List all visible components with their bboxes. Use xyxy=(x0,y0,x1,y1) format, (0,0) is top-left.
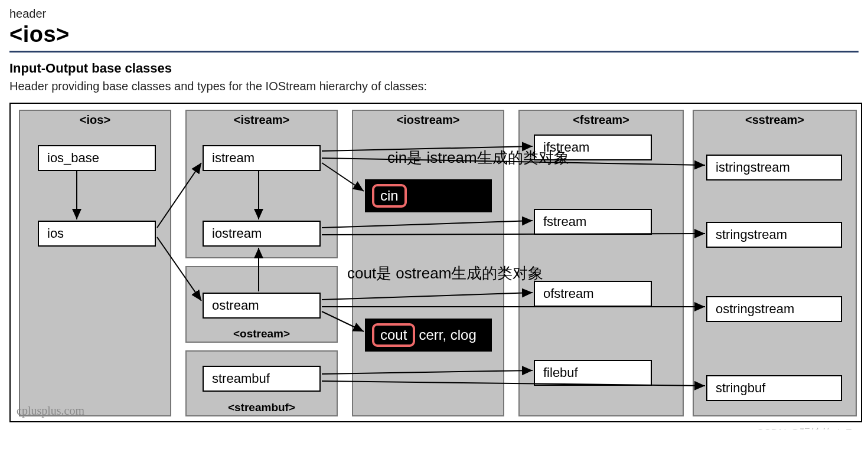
panel-iostream-title: <iostream> xyxy=(353,111,503,130)
node-filebuf: filebuf xyxy=(534,360,652,386)
node-cerr-clog: cerr, clog xyxy=(419,327,476,343)
node-ostream: ostream xyxy=(203,293,321,319)
node-cin: cin xyxy=(365,179,492,212)
node-streambuf: streambuf xyxy=(203,366,321,392)
subtitle: Input-Output base classes xyxy=(9,61,859,76)
annotation-cout: cout是 ostream生成的类对象 xyxy=(347,263,543,284)
node-ofstream: ofstream xyxy=(534,281,652,307)
panel-fstream-title: <fstream> xyxy=(520,111,683,130)
watermark-cplusplus: cplusplus.com xyxy=(17,404,84,418)
annotation-cin: cin是 istream生成的类对象 xyxy=(387,147,569,168)
node-istringstream: istringstream xyxy=(706,155,842,181)
node-iostream: iostream xyxy=(203,221,321,247)
highlight-cin: cin xyxy=(372,184,407,208)
node-istream: istream xyxy=(203,145,321,171)
header-label: header xyxy=(9,7,859,21)
panel-ios-title: <ios> xyxy=(20,111,170,130)
panel-istream-title: <istream> xyxy=(187,111,337,130)
node-fstream: fstream xyxy=(534,209,652,235)
highlight-cout: cout xyxy=(372,323,415,347)
node-stringstream: stringstream xyxy=(706,222,842,248)
node-ios: ios xyxy=(38,221,156,247)
page-title: <ios> xyxy=(9,22,859,52)
iostream-hierarchy-diagram: <ios> <istream> <ostream> <streambuf> <i… xyxy=(9,103,862,422)
node-cout: cout cerr, clog xyxy=(365,319,492,352)
panel-streambuf-footer: <streambuf> xyxy=(187,401,337,414)
description: Header providing base classes and types … xyxy=(9,80,859,93)
node-stringbuf: stringbuf xyxy=(706,375,842,401)
node-ios-base: ios_base xyxy=(38,145,156,171)
panel-sstream-title: <sstream> xyxy=(694,111,856,130)
panel-ostream-footer: <ostream> xyxy=(187,327,337,340)
node-ostringstream: ostringstream xyxy=(706,296,842,322)
watermark-csdn: CSDN @玩铁的sinZz xyxy=(756,426,857,429)
